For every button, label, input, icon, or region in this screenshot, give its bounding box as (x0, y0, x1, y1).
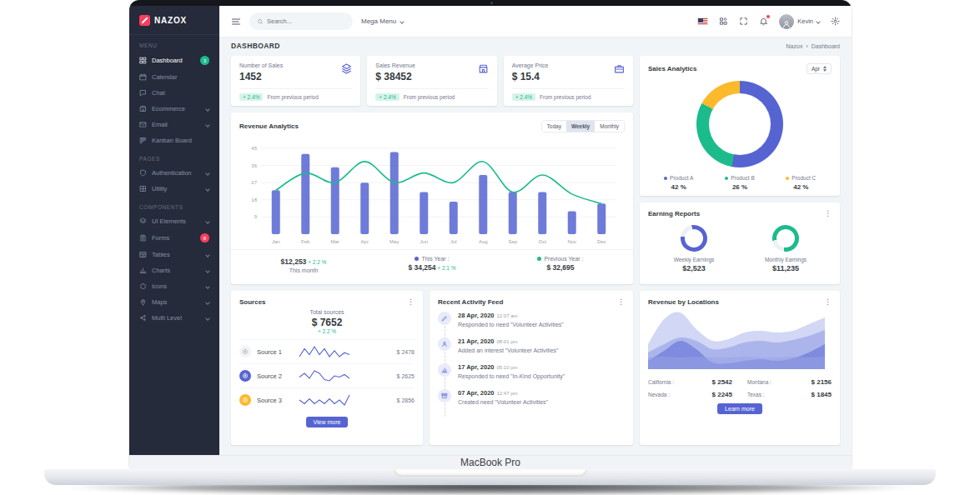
user-menu-button[interactable]: Kevin (779, 14, 820, 29)
donut-legend: Product A42 %Product B26 %Product C42 % (648, 175, 832, 191)
sidebar-item-label: Calendar (152, 73, 177, 81)
source-amount: $ 2478 (397, 349, 415, 355)
stat-card-number-of-sales: Number of Sales1452+ 2.4%From previous p… (231, 56, 360, 106)
revenue-tabs: TodayWeeklyMonthly (541, 120, 625, 132)
location-stat-montana: Montana :$ 2156 (747, 378, 832, 386)
stat-value: $ 15.4 (512, 71, 549, 82)
sidebar-item-calendar[interactable]: Calendar (129, 69, 219, 85)
user-name: Kevin (797, 18, 813, 25)
select-arrows-icon (823, 66, 827, 72)
sidebar-item-label: Charts (152, 267, 170, 274)
sidebar-item-maps[interactable]: Maps (129, 294, 219, 310)
activity-text: Responded to need "In-Kind Opportunity" (458, 373, 625, 379)
svg-text:27: 27 (251, 180, 257, 185)
stat-title: Number of Sales (239, 62, 283, 68)
source-sparkline (298, 392, 351, 408)
sidebar-item-ui-elements[interactable]: UI Elements (129, 213, 219, 229)
activity-time: 12:07 am (497, 313, 518, 318)
this-year-delta: + 2.1 % (436, 265, 456, 271)
sidebar-item-label: Forms (152, 234, 169, 242)
revenue-this-month: $12,253 + 2.2 %This month (239, 256, 368, 273)
source-avatar (239, 394, 251, 406)
sidebar-item-label: Ecommerce (152, 105, 185, 112)
stat-value: 1452 (239, 71, 283, 82)
activity-date: 17 Apr, 202005:10 pm (458, 363, 625, 371)
topbar: Mega Menu Kevin (219, 6, 852, 37)
chevron-down-icon (400, 19, 405, 24)
legend-item-product-c: Product C42 % (771, 175, 832, 191)
chevron-down-icon (205, 300, 210, 305)
earning-weekly-earnings: Weekly Earnings$2,523 (648, 225, 740, 272)
calendar-icon (139, 73, 147, 81)
tab-monthly[interactable]: Monthly (595, 121, 624, 132)
flag-us-icon[interactable] (697, 18, 708, 25)
source-amount: $ 2856 (397, 398, 415, 403)
sidebar-item-kanban-board[interactable]: Kanban Board (129, 132, 219, 148)
fullscreen-button[interactable] (739, 17, 748, 26)
activity-item: 28 Apr, 202012:07 amResponded to need "V… (438, 312, 625, 338)
notifications-button[interactable] (759, 17, 768, 26)
source-row-2[interactable]: Source 2$ 2625 (239, 363, 415, 388)
kebab-menu-icon[interactable]: ⋮ (824, 210, 832, 218)
activity-time: 12:47 pm (497, 391, 518, 396)
activity-date: 07 Apr, 202012:47 pm (458, 389, 625, 397)
activity-time: 05:10 pm (497, 365, 518, 370)
sidebar-item-email[interactable]: Email (129, 117, 219, 132)
tab-today[interactable]: Today (542, 121, 566, 132)
sidebar-item-dashboard[interactable]: Dashboard3 (129, 52, 219, 69)
sidebar-item-forms[interactable]: Forms8 (129, 229, 219, 247)
stat-delta-badge: + 2.4% (512, 93, 535, 101)
legend-item-product-a: Product A42 % (648, 175, 709, 191)
kebab-menu-icon[interactable]: ⋮ (407, 298, 415, 306)
sidebar-item-label: Authentication (152, 169, 192, 177)
svg-text:18: 18 (251, 198, 257, 202)
settings-button[interactable] (831, 17, 840, 26)
sidebar-item-chat[interactable]: Chat (129, 85, 219, 101)
sidebar-item-icons[interactable]: Icons (129, 278, 219, 294)
notification-dot (766, 15, 770, 18)
sidebar-item-utility[interactable]: Utility (129, 181, 219, 197)
apps-grid-button[interactable] (719, 17, 728, 26)
svg-text:Apr: Apr (361, 239, 369, 244)
breadcrumb-item[interactable]: Nazox (787, 43, 803, 49)
chevron-down-icon (205, 107, 210, 112)
month-select[interactable]: Apr (807, 63, 832, 74)
source-row-1[interactable]: Source 1$ 2478 (239, 339, 415, 363)
svg-text:Feb: Feb (301, 239, 310, 244)
legend-dot (415, 257, 419, 261)
breadcrumb-item: Dashboard (812, 43, 840, 49)
source-row-3[interactable]: Source 3$ 2856 (239, 388, 415, 412)
menu-toggle-button[interactable] (231, 17, 241, 27)
app-logo[interactable]: NAZOX (129, 12, 219, 35)
nazox-logo-icon (139, 15, 150, 26)
coin-icon (242, 372, 249, 379)
learn-more-button[interactable]: Learn more (717, 403, 762, 414)
search-input[interactable] (267, 18, 342, 25)
activity-date: 21 Apr, 202008:01 pm (458, 338, 625, 345)
view-more-button[interactable]: View more (306, 417, 349, 428)
earning-value: $11,235 (740, 264, 832, 272)
sidebar-item-ecommerce[interactable]: Ecommerce (129, 101, 219, 117)
mega-menu-button[interactable]: Mega Menu (361, 18, 404, 25)
svg-text:May: May (389, 239, 399, 244)
topbar-actions: Kevin (697, 14, 840, 29)
source-amount: $ 2625 (397, 373, 415, 379)
location-stat-california: California :$ 2542 (648, 378, 732, 386)
activity-feed-title: Recent Activity Feed (438, 298, 503, 306)
kebab-menu-icon[interactable]: ⋮ (824, 298, 832, 306)
chevron-down-icon (205, 122, 210, 128)
total-sources-delta: + 2.2 % (239, 328, 415, 334)
tab-weekly[interactable]: Weekly (566, 121, 595, 132)
sidebar-item-multi-level[interactable]: Multi Level (129, 310, 219, 326)
coin-icon (242, 397, 249, 403)
stat-cards-row: Number of Sales1452+ 2.4%From previous p… (231, 56, 633, 106)
macbook-chin: MacBook Pro (129, 455, 852, 469)
sidebar-item-label: Utility (152, 185, 167, 192)
sidebar-item-charts[interactable]: Charts (129, 262, 219, 278)
sidebar-item-tables[interactable]: Tables (129, 247, 219, 262)
sidebar: NAZOX MENUDashboard3CalendarChatEcommerc… (129, 6, 219, 455)
earning-value: $2,523 (648, 264, 740, 272)
sidebar-item-label: Multi Level (152, 314, 182, 322)
kebab-menu-icon[interactable]: ⋮ (617, 298, 625, 306)
sidebar-item-authentication[interactable]: Authentication (129, 165, 219, 181)
